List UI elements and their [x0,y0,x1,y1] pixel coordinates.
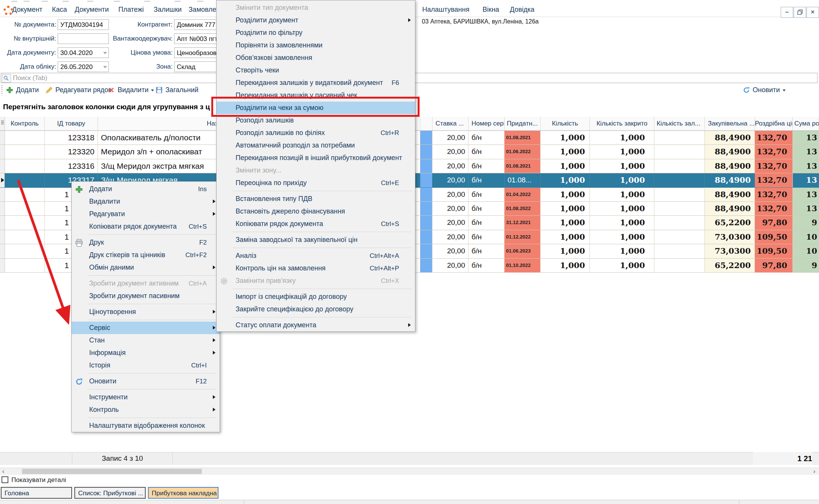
context-menu-item[interactable]: ДрукF2 [72,236,220,249]
column-chooser-icon[interactable] [0,117,5,131]
context-menu-item[interactable]: Копіювати рядок документаCtrl+S [72,220,220,233]
menubar-item[interactable]: Довідка [510,2,534,17]
table-cell-series: б/н [468,188,505,202]
menubar-item[interactable]: Документ [12,2,42,17]
table-header-qty[interactable]: Кількість [541,117,590,131]
context-menu-item[interactable]: Ціноутворення [72,306,220,318]
text-field[interactable]: УТДМ0304194 [58,19,109,30]
menu-item-label: Обмін даними [89,264,134,271]
scroll-right-icon[interactable]: › [813,468,815,475]
table-header-series[interactable]: Номер серії [468,117,505,131]
table-header-purchase[interactable]: Закупівельна ... [705,117,755,131]
context-menu-item[interactable]: Контроль [72,404,220,416]
submenu-item[interactable]: Контроль цін на замовленняCtrl+Alt+P [217,262,415,275]
submenu-item[interactable]: Розподіл залишків по філіяхCtrl+R [217,127,415,139]
table-header-id[interactable]: ІД товару [45,117,98,131]
submenu-item[interactable]: Створіть чеки [217,64,415,77]
context-menu: ДодатиInsВидалитиРедагуватиКопіювати ряд… [71,181,220,432]
table-header-control[interactable]: Контроль [5,117,45,131]
close-button[interactable]: × [806,7,819,18]
table-header-qty_closed[interactable]: Кількість закрито [590,117,654,131]
menu-item-label: Встановіть джерело фінансування [236,207,345,215]
submenu-item[interactable]: Перекидання залишків у видатковий докуме… [217,77,415,89]
submenu-item[interactable]: Закрийте специфікацією до договору [217,303,415,316]
date-combo-field[interactable]: 30.04.2020 [58,47,109,58]
menubar-item[interactable]: Замовле [189,2,216,17]
context-menu-item[interactable]: Інструменти [72,391,220,404]
submenu-item[interactable]: Імпорт із специфікацій до договору [217,290,415,303]
scrollbar-thumb[interactable] [22,469,202,474]
menubar-item[interactable]: Вікна [483,2,499,17]
horizontal-scrollbar[interactable]: ‹ › [0,468,819,475]
table-header-flag[interactable] [420,117,432,131]
context-menu-item[interactable]: Обмін даними [72,261,220,274]
group-by-panel[interactable]: Перетягніть заголовок колонки сюди для у… [3,100,210,114]
submenu-item[interactable]: Перекидання позицій в інший прибутковий … [217,152,415,164]
tab-incoming-invoice[interactable]: Прибуткова накладна . [148,487,219,499]
menubar-item[interactable]: Налаштування [422,2,469,17]
submenu-item[interactable]: Копіювати рядок документаCtrl+S [217,218,415,230]
table-cell-rate: 20,00 [432,230,468,244]
context-menu-item[interactable]: Редагувати [72,208,220,220]
form-field-label: Цінова умова: [114,47,173,58]
scroll-left-icon[interactable]: ‹ [2,468,4,475]
table-cell-purchase: 65,2200 [705,216,755,230]
table-header-retail[interactable]: Роздрібна ціна [755,117,793,131]
delete-button[interactable]: Видалити [108,84,154,96]
menu-separator [72,233,220,236]
context-menu-item[interactable]: Сервіс [72,322,220,334]
submenu-item[interactable]: Встановлення типу ПДВ [217,193,415,205]
menubar-item[interactable]: Каса [52,2,67,17]
table-header-expiry[interactable]: Придатн... [505,117,541,131]
context-menu-item[interactable]: ОновитиF12 [72,375,220,388]
restore-button[interactable] [794,7,806,18]
submenu-item[interactable]: Статус оплати документа [217,319,415,331]
table-header-rate[interactable]: Ставка ... [432,117,468,131]
table-cell-id: 123318 [45,131,98,145]
add-button[interactable]: Додати [6,84,39,96]
context-menu-item[interactable]: ІсторіяCtrl+I [72,359,220,372]
table-cell-retail: 132,70 [755,145,793,159]
context-menu-item[interactable]: ДодатиIns [72,183,220,195]
context-menu-item[interactable]: Налаштувати відображення колонок [72,419,220,432]
submenu-item[interactable]: Порівняти із замовленнями [217,39,415,52]
menubar-item[interactable]: Документи [75,2,109,17]
date-combo-field[interactable]: 26.05.2020 [58,61,109,72]
table-header-qty_left[interactable]: Кількість зал... [654,117,705,131]
menu-shortcut: Ctrl+E [381,177,399,189]
total-button[interactable]: Загальний [156,84,198,96]
context-menu-item[interactable]: Інформація [72,347,220,359]
submenu-item[interactable]: АналізCtrl+Alt+A [217,250,415,262]
tab-main[interactable]: Головна [1,487,72,499]
submenu-item[interactable]: Обов'язкові замовлення [217,52,415,64]
minimize-button[interactable]: – [781,7,793,18]
table-cell-expiry: 01.04.2022 [505,188,541,202]
menu-shortcut: F2 [199,236,207,249]
chevron-down-icon[interactable] [103,52,107,54]
toolbar-grip[interactable] [1,85,3,95]
submenu-item[interactable]: Встановіть джерело фінансування [217,205,415,218]
context-menu-item[interactable]: Зробити документ пасивним [72,290,220,302]
form-field-label: Зона: [114,61,173,72]
menu-item-label: Контроль цін на замовлення [236,264,325,272]
consignee-address-note: 03 Аптека, БАРИШІВКА, вул.Леніна, 126а [422,18,539,25]
edit-row-button[interactable]: Редагувати рядок [46,84,111,96]
submenu-item[interactable]: Автоматичний розподіл за потребами [217,139,415,152]
context-menu-item[interactable]: Друк стікерів та цінниківCtrl+F2 [72,249,220,261]
context-menu-item[interactable]: Стан [72,334,220,347]
menubar-item[interactable]: Залишки [154,2,182,17]
table-header-sum[interactable]: Сума роз [793,117,819,131]
tab-list-incoming[interactable]: Список: Прибуткові ... [74,487,146,499]
table-cell-qty_left [654,259,705,273]
submenu-item[interactable]: Заміна заводської та закупівельної цін [217,234,415,246]
show-details-checkbox[interactable] [2,476,8,483]
table-cell-qty_left [654,131,705,145]
menubar-item[interactable]: Платежі [118,2,144,17]
submenu-item[interactable]: Розділити документ [217,14,415,27]
chevron-down-icon[interactable] [103,66,107,68]
submenu-item[interactable]: Розділити по фільтру [217,27,415,39]
submenu-item[interactable]: Переоцінка по прихідуCtrl+E [217,177,415,189]
context-menu-item[interactable]: Видалити [72,195,220,208]
refresh-button[interactable]: Оновити [743,84,786,96]
table-cell-purchase: 88,4900 [705,202,755,216]
